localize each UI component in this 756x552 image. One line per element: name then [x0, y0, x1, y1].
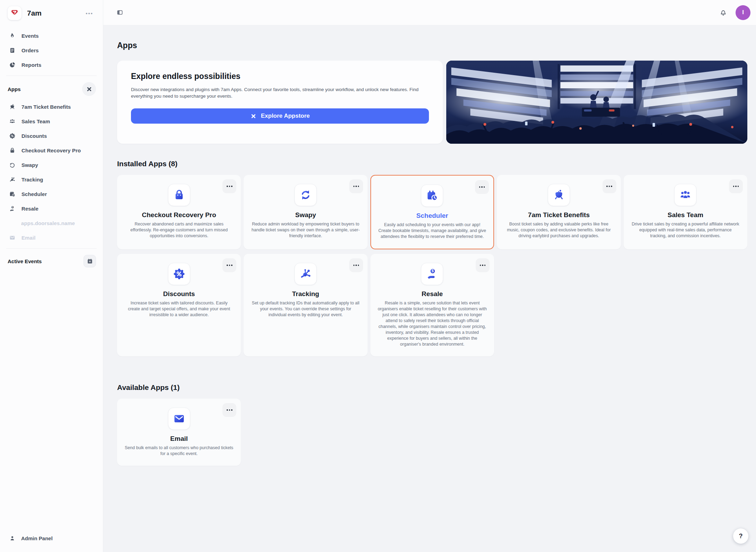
sidebar-menu-dots-icon[interactable]: •••	[83, 9, 95, 18]
sidebar-toggle-button[interactable]	[115, 8, 125, 17]
main-nav: Events Orders Reports	[6, 28, 97, 72]
sidebar-item-label: Tracking	[21, 177, 43, 182]
sidebar-item-label: Discounts	[21, 133, 47, 139]
app-card-title: Tracking	[250, 290, 360, 298]
sidebar: 7am ••• Events Orders Reports Apps	[0, 0, 103, 552]
app-card-resale[interactable]: $ Resale Resale is a simple, secure solu…	[370, 254, 494, 356]
available-apps-heading: Available Apps (1)	[117, 383, 747, 392]
app-card-description: Drive ticket sales by creating a powerfu…	[631, 221, 740, 239]
sidebar-item-checkout-recovery-pro[interactable]: Checkout Recovery Pro	[6, 143, 97, 158]
active-events-header: Active Events	[6, 252, 97, 270]
hero-section: Explore endless possibilities Discover n…	[117, 61, 747, 144]
card-menu-button[interactable]	[349, 179, 363, 193]
app-card-scheduler[interactable]: Scheduler Easily add scheduling to your …	[370, 175, 494, 249]
available-apps-grid: Email Send bulk emails to all customers …	[117, 399, 747, 466]
app-card-title: Sales Team	[631, 211, 740, 219]
admin-panel-link[interactable]: Admin Panel	[6, 532, 97, 545]
app-icon-tile	[295, 184, 317, 206]
tools-icon	[250, 113, 257, 119]
sidebar-item-7am-ticket-benefits[interactable]: 7am Ticket Benefits	[6, 99, 97, 114]
shopping-bag-icon	[173, 189, 185, 201]
app-card-description: Increase ticket sales with tailored disc…	[124, 300, 234, 318]
app-card-swapy[interactable]: Swapy Reduce admin workload by empowerin…	[244, 175, 367, 249]
team-icon	[679, 189, 692, 201]
apps-section-title: Apps	[8, 86, 21, 92]
sidebar-item-reports[interactable]: Reports	[6, 57, 97, 72]
calendar-clock-icon	[426, 189, 438, 202]
discount-badge-icon	[173, 268, 185, 280]
app-card-discounts[interactable]: Discounts Increase ticket sales with tai…	[117, 254, 241, 356]
7am-logo-icon	[8, 6, 21, 20]
card-menu-button[interactable]	[222, 403, 236, 417]
app-icon-tile	[548, 184, 570, 206]
card-menu-button[interactable]	[476, 258, 490, 272]
grid-spacer	[497, 399, 621, 466]
sidebar-item-label: 7am Ticket Benefits	[21, 104, 71, 110]
hero-description: Discover new integrations and plugins wi…	[131, 86, 419, 99]
team-icon	[9, 118, 16, 125]
app-card-checkout-recovery-pro[interactable]: Checkout Recovery Pro Recover abandoned …	[117, 175, 241, 249]
help-button[interactable]: ?	[733, 528, 748, 544]
app-icon-tile	[168, 184, 190, 206]
sidebar-item-scheduler[interactable]: Scheduler	[6, 187, 97, 201]
grid-spacer	[497, 254, 621, 356]
apps-nav: 7am Ticket Benefits Sales Team	[6, 99, 97, 245]
card-menu-button[interactable]	[222, 258, 236, 272]
card-menu-button[interactable]	[222, 179, 236, 193]
hero-title: Explore endless possibilities	[131, 72, 429, 81]
sidebar-item-tracking[interactable]: Tracking	[6, 172, 97, 187]
app-card-description: Boost ticket sales by adding valuable pe…	[504, 221, 614, 239]
app-card-title: Checkout Recovery Pro	[124, 211, 234, 219]
sidebar-bottom: Admin Panel	[6, 532, 97, 545]
avatar[interactable]: I	[736, 5, 750, 20]
app-icon-tile	[295, 263, 317, 285]
sidebar-item-label: apps.doorsales.name	[21, 220, 75, 226]
grid-spacer	[244, 399, 367, 466]
cauldron-icon	[9, 104, 16, 110]
apps-section-header: Apps	[6, 79, 97, 99]
sidebar-item-discounts[interactable]: Discounts	[6, 128, 97, 143]
app-card-email[interactable]: Email Send bulk emails to all customers …	[117, 399, 241, 466]
explore-appstore-button[interactable]: Explore Appstore	[131, 108, 429, 124]
sidebar-item-orders[interactable]: Orders	[6, 43, 97, 57]
app-card-7am-ticket-benefits[interactable]: 7am Ticket Benefits Boost ticket sales b…	[497, 175, 621, 249]
pie-chart-icon	[9, 62, 16, 68]
admin-panel-label: Admin Panel	[21, 535, 53, 541]
grid-spacer	[624, 254, 747, 356]
page-title: Apps	[117, 41, 747, 50]
app-card-title: Scheduler	[378, 212, 486, 220]
app-card-tracking[interactable]: Tracking Set up default tracking IDs tha…	[244, 254, 367, 356]
hand-dollar-icon: $	[426, 268, 438, 280]
person-icon	[9, 535, 16, 542]
app-card-description: Set up default tracking IDs that automat…	[250, 300, 360, 318]
app-card-description: Reduce admin workload by empowering tick…	[250, 221, 360, 239]
sidebar-item-resale[interactable]: $ Resale	[6, 201, 97, 216]
sidebar-item-label: Events	[21, 33, 39, 39]
notifications-button[interactable]	[719, 8, 728, 17]
app-card-description: Send bulk emails to all customers who pu…	[124, 445, 234, 457]
sidebar-item-swapy[interactable]: Swapy	[6, 158, 97, 172]
card-menu-button[interactable]	[729, 179, 743, 193]
card-menu-button[interactable]	[349, 258, 363, 272]
sidebar-item-email[interactable]: Email	[6, 230, 97, 245]
discount-badge-icon	[9, 133, 16, 139]
grid-spacer	[370, 399, 494, 466]
app-card-description: Easily add scheduling to your events wit…	[378, 222, 486, 240]
sidebar-item-events[interactable]: Events	[6, 28, 97, 43]
app-icon-tile	[168, 408, 190, 430]
card-menu-button[interactable]	[603, 179, 616, 193]
hand-dollar-icon: $	[9, 205, 16, 212]
receipt-icon	[9, 47, 16, 54]
divider	[6, 248, 97, 249]
app-card-title: 7am Ticket Benefits	[504, 211, 614, 219]
sidebar-item-doorsales[interactable]: apps.doorsales.name	[6, 216, 97, 230]
card-menu-button[interactable]	[475, 180, 489, 194]
app-card-title: Email	[124, 435, 234, 443]
add-event-button[interactable]	[83, 255, 96, 267]
shopping-bag-icon	[9, 147, 16, 154]
grid-spacer	[624, 399, 747, 466]
customize-apps-button[interactable]	[82, 82, 96, 96]
sidebar-item-sales-team[interactable]: Sales Team	[6, 114, 97, 128]
app-card-sales-team[interactable]: Sales Team Drive ticket sales by creatin…	[624, 175, 747, 249]
rotate-ccw-icon	[9, 162, 16, 168]
